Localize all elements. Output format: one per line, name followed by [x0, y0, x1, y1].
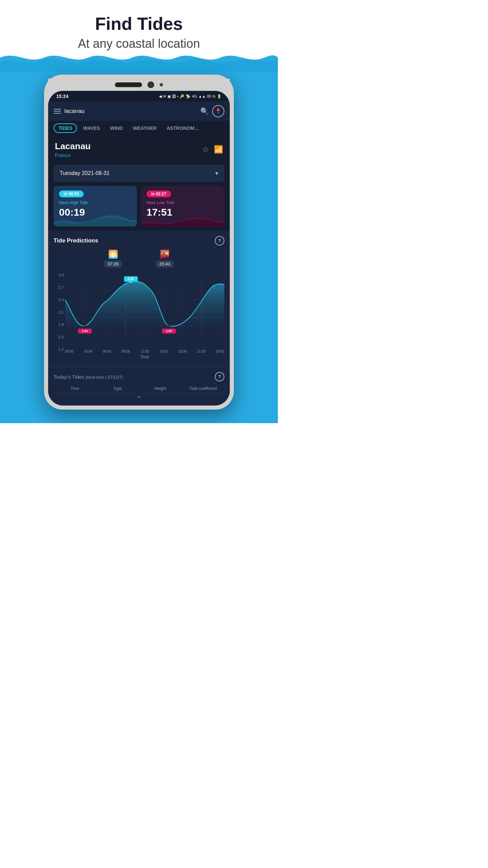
x-label-1200: 12:00: [140, 350, 149, 353]
location-name: Lacanau: [55, 141, 91, 152]
notch-bar: [115, 82, 142, 87]
dot-icon: •: [177, 94, 179, 98]
y-label-3: 3.0: [54, 273, 64, 277]
y-label-21: 2.1: [54, 310, 64, 314]
battery-icon: 🔋: [217, 94, 222, 99]
network-icon: 4G: [192, 94, 197, 98]
date-display: Tuesday 2021-08-31: [60, 170, 109, 176]
tab-wind[interactable]: WIND: [106, 123, 127, 133]
low-tide-badge: in 02:27: [146, 191, 171, 197]
x-axis-labels: 00:00 03:00 06:00 09:00 12:00 15:00 18:0…: [65, 349, 224, 353]
key-icon: 🔑: [180, 94, 184, 99]
x-label-0600: 06:00: [103, 350, 111, 353]
search-button[interactable]: 🔍: [200, 107, 209, 115]
col-tidal-coeff: Tidal coefficient: [182, 386, 224, 391]
low-tide-time: 17:51: [146, 206, 219, 218]
message-icon: ✉: [163, 94, 166, 99]
app-content: lacanau 🔍 📍 TIDES WAVES WIND WEATHER AS: [48, 102, 230, 406]
wave-divider: [0, 51, 278, 71]
battery-level: 85 %: [207, 94, 216, 98]
svg-text:1,53: 1,53: [82, 329, 88, 333]
date-picker[interactable]: Tuesday 2021-08-31 ▾: [54, 165, 224, 182]
svg-text:1,55: 1,55: [166, 329, 172, 333]
main-subtitle: At any coastal location: [7, 37, 271, 51]
todays-tides-section: Today's Tides (local time LST/LDT) ? Tim…: [48, 366, 230, 406]
sunset-time: 20:43: [156, 260, 174, 268]
y-label-15: 1.5: [54, 335, 64, 339]
x-label-0000: 00:00: [65, 350, 74, 353]
sunrise-item: 🌅 07:26: [104, 250, 122, 268]
chevron-down-icon: ▾: [215, 170, 218, 177]
col-type: Type: [96, 386, 139, 391]
predictions-header: Tide Predictions ?: [54, 236, 224, 245]
x-label-1500: 15:00: [159, 350, 168, 353]
direction-icon: ◀: [159, 94, 162, 99]
location-action-icons: ☆ 📶: [202, 145, 223, 154]
high-tide-time: 00:19: [59, 206, 131, 218]
y-label-18: 1.8: [54, 322, 64, 327]
search-bar: lacanau 🔍 📍: [48, 102, 230, 121]
x-label-0300: 03:00: [84, 350, 93, 353]
phone-frame: 15:24 ◀ ✉ ▣ 🖼 • 🔑 📡 4G ▲▲ 85 % 🔋: [44, 75, 234, 410]
chart-wrapper: 3.0 2.7 2.4 2.1 1.8 1.5 1.2: [54, 273, 224, 361]
todays-tides-help-button[interactable]: ?: [215, 372, 224, 381]
main-title: Find Tides: [7, 14, 271, 34]
x-axis-title: Time: [65, 353, 224, 361]
todays-tides-header: Today's Tides (local time LST/LDT) ?: [54, 372, 224, 381]
search-input[interactable]: lacanau: [64, 108, 197, 115]
table-header: Time Type Height Tidal coefficient: [54, 384, 224, 393]
x-label-1800: 18:00: [178, 350, 187, 353]
tab-weather[interactable]: WEATHER: [129, 123, 161, 133]
signal-bars: ▲▲: [198, 94, 206, 98]
predictions-section: Tide Predictions ? 🌅 07:26 🌇 20:43: [48, 231, 230, 366]
low-tide-card: in 02:27 Next Low Tide 17:51: [141, 186, 224, 226]
tab-astronomy[interactable]: ASTRONOM…: [163, 123, 203, 133]
location-button[interactable]: 📍: [212, 105, 224, 117]
high-tide-card: in 08:55 Next High Tide 00:19: [54, 186, 137, 226]
sunrise-icon: 🌅: [108, 250, 118, 259]
sunset-item: 🌇 20:43: [156, 250, 174, 268]
sun-times: 🌅 07:26 🌇 20:43: [54, 250, 224, 268]
y-label-27: 2.7: [54, 285, 64, 290]
status-time: 15:24: [56, 94, 68, 99]
wifi-icon: 📡: [186, 94, 190, 99]
sunset-icon: 🌇: [160, 250, 170, 259]
menu-button[interactable]: [54, 109, 61, 114]
high-tide-label: Next High Tide: [59, 200, 131, 205]
col-height: Height: [139, 386, 182, 391]
todays-tides-title: Today's Tides (local time LST/LDT): [54, 374, 123, 380]
svg-point-20: [83, 324, 86, 327]
y-label-24: 2.4: [54, 298, 64, 302]
phone-screen: 15:24 ◀ ✉ ▣ 🖼 • 🔑 📡 4G ▲▲ 85 % 🔋: [48, 91, 230, 406]
wave-background: 15:24 ◀ ✉ ▣ 🖼 • 🔑 📡 4G ▲▲ 85 % 🔋: [0, 71, 278, 423]
col-time: Time: [54, 386, 96, 391]
x-label-2400: 24:00: [216, 350, 224, 353]
photo-icon: 🖼: [172, 94, 176, 98]
tab-tides[interactable]: TIDES: [54, 123, 77, 133]
status-bar: 15:24 ◀ ✉ ▣ 🖼 • 🔑 📡 4G ▲▲ 85 % 🔋: [48, 91, 230, 102]
phone-wrapper: 15:24 ◀ ✉ ▣ 🖼 • 🔑 📡 4G ▲▲ 85 % 🔋: [0, 71, 278, 410]
pin-icon: 📍: [215, 108, 222, 115]
notch-sensor: [160, 83, 163, 86]
notch-camera: [147, 81, 154, 88]
tab-waves[interactable]: WAVES: [79, 123, 104, 133]
high-tide-badge: in 08:55: [59, 191, 84, 197]
predictions-title: Tide Predictions: [54, 237, 98, 244]
tide-chart-svg: 2,91 1,53 1,55: [65, 273, 224, 348]
y-axis: 3.0 2.7 2.4 2.1 1.8 1.5 1.2: [54, 273, 65, 361]
x-label-0900: 09:00: [122, 350, 130, 353]
low-tide-label: Next Low Tide: [146, 200, 219, 205]
broadcast-icon[interactable]: 📶: [214, 145, 223, 154]
screen-icon: ▣: [167, 94, 171, 99]
phone-notch: [48, 79, 230, 91]
status-icons: ◀ ✉ ▣ 🖼 • 🔑 📡 4G ▲▲ 85 % 🔋: [159, 94, 222, 99]
tab-bar: TIDES WAVES WIND WEATHER ASTRONOM…: [48, 121, 230, 136]
location-info: Lacanau France: [55, 141, 91, 158]
search-input-wrap[interactable]: lacanau: [64, 108, 197, 115]
svg-point-23: [167, 324, 170, 327]
top-header: Find Tides At any coastal location: [0, 0, 278, 51]
location-country: France: [55, 152, 91, 158]
chart-svg-container: 2,91 1,53 1,55: [65, 273, 224, 361]
favorite-button[interactable]: ☆: [202, 145, 209, 154]
predictions-help-button[interactable]: ?: [215, 236, 224, 245]
